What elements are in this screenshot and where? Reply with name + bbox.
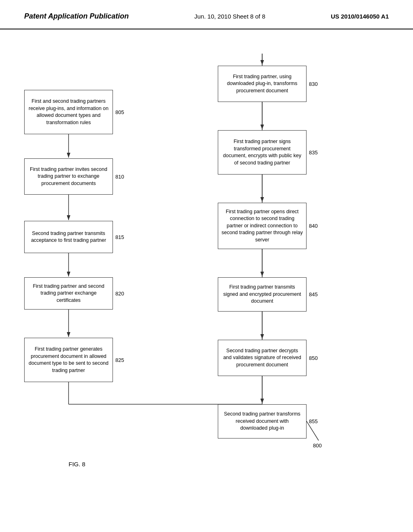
ref-840: 840 xyxy=(309,223,318,229)
fig-label: FIG. 8 xyxy=(69,461,86,468)
header-patent-number: US 2010/0146050 A1 xyxy=(331,13,389,20)
header-date-sheet: Jun. 10, 2010 Sheet 8 of 8 xyxy=(194,13,265,20)
ref-850: 850 xyxy=(309,355,318,361)
ref-800: 800 xyxy=(313,443,322,449)
box-845: First trading partner transmits signed a… xyxy=(218,277,307,312)
ref-855: 855 xyxy=(309,418,318,424)
ref-830: 830 xyxy=(309,81,318,87)
box-810: First trading partner invites second tra… xyxy=(24,158,113,195)
ref-805: 805 xyxy=(115,109,124,115)
header: Patent Application Publication Jun. 10, … xyxy=(0,0,413,29)
header-publication-label: Patent Application Publication xyxy=(24,12,129,21)
ref-835: 835 xyxy=(309,150,318,156)
diagram-area: First and second trading partners receiv… xyxy=(0,33,413,501)
ref-845: 845 xyxy=(309,291,318,297)
ref-825: 825 xyxy=(115,357,124,363)
page: Patent Application Publication Jun. 10, … xyxy=(0,0,413,532)
box-835: First trading partner signs transformed … xyxy=(218,130,307,175)
box-820: First trading partner and second trading… xyxy=(24,277,113,310)
ref-820: 820 xyxy=(115,291,124,297)
box-825: First trading partner generates procurem… xyxy=(24,338,113,382)
box-855: Second trading partner transforms receiv… xyxy=(218,404,307,438)
box-850: Second trading partner decrypts and vali… xyxy=(218,340,307,376)
box-840: First trading partner opens direct conne… xyxy=(218,203,307,249)
box-815: Second trading partner transmits accepta… xyxy=(24,221,113,253)
box-805: First and second trading partners receiv… xyxy=(24,90,113,134)
ref-815: 815 xyxy=(115,234,124,240)
ref-810: 810 xyxy=(115,174,124,180)
box-830: First trading partner, using downloaded … xyxy=(218,66,307,102)
